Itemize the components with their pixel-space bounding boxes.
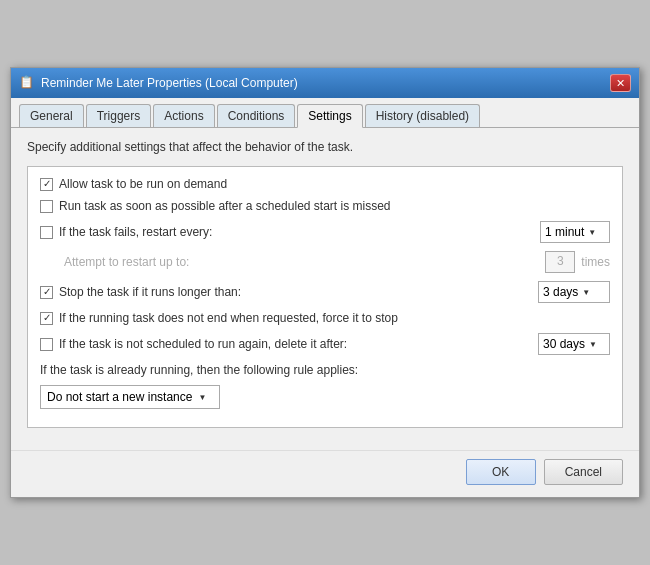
label-force-stop: If the running task does not end when re… xyxy=(59,311,610,325)
close-button[interactable]: ✕ xyxy=(610,74,631,92)
settings-content: Specify additional settings that affect … xyxy=(11,128,639,450)
running-rule-label: If the task is already running, then the… xyxy=(40,363,610,377)
main-window: 📋 Reminder Me Later Properties (Local Co… xyxy=(10,67,640,498)
tab-triggers[interactable]: Triggers xyxy=(86,104,152,127)
checkbox-restart-fails[interactable] xyxy=(40,226,53,239)
stop-duration-value: 3 days xyxy=(543,285,578,299)
running-rule-value: Do not start a new instance xyxy=(47,390,192,404)
label-delete-after: If the task is not scheduled to run agai… xyxy=(59,337,532,351)
row-run-missed: Run task as soon as possible after a sch… xyxy=(40,199,610,213)
window-icon: 📋 xyxy=(19,75,35,91)
checkbox-stop-longer[interactable] xyxy=(40,286,53,299)
tab-actions[interactable]: Actions xyxy=(153,104,214,127)
restart-interval-arrow: ▼ xyxy=(588,228,596,237)
label-stop-longer: Stop the task if it runs longer than: xyxy=(59,285,532,299)
checkbox-allow-demand[interactable] xyxy=(40,178,53,191)
restart-interval-dropdown[interactable]: 1 minut ▼ xyxy=(540,221,610,243)
row-restart-fails: If the task fails, restart every: 1 minu… xyxy=(40,221,610,243)
tab-bar: General Triggers Actions Conditions Sett… xyxy=(11,98,639,128)
row-stop-longer: Stop the task if it runs longer than: 3 … xyxy=(40,281,610,303)
delete-after-value: 30 days xyxy=(543,337,585,351)
ok-button[interactable]: OK xyxy=(466,459,536,485)
row-running-rule: Do not start a new instance ▼ xyxy=(40,385,610,409)
restart-count-input[interactable]: 3 xyxy=(545,251,575,273)
cancel-button[interactable]: Cancel xyxy=(544,459,623,485)
stop-duration-arrow: ▼ xyxy=(582,288,590,297)
label-run-missed: Run task as soon as possible after a sch… xyxy=(59,199,610,213)
title-bar-left: 📋 Reminder Me Later Properties (Local Co… xyxy=(19,75,298,91)
settings-panel: Allow task to be run on demand Run task … xyxy=(27,166,623,428)
tab-general[interactable]: General xyxy=(19,104,84,127)
row-attempt-restart: Attempt to restart up to: 3 times xyxy=(64,251,610,273)
tab-conditions[interactable]: Conditions xyxy=(217,104,296,127)
label-allow-demand: Allow task to be run on demand xyxy=(59,177,610,191)
footer: OK Cancel xyxy=(11,450,639,497)
delete-after-arrow: ▼ xyxy=(589,340,597,349)
title-bar: 📋 Reminder Me Later Properties (Local Co… xyxy=(11,68,639,98)
tab-history[interactable]: History (disabled) xyxy=(365,104,480,127)
row-force-stop: If the running task does not end when re… xyxy=(40,311,610,325)
checkbox-run-missed[interactable] xyxy=(40,200,53,213)
stop-duration-dropdown[interactable]: 3 days ▼ xyxy=(538,281,610,303)
label-restart-fails: If the task fails, restart every: xyxy=(59,225,534,239)
label-attempt-restart: Attempt to restart up to: xyxy=(64,255,539,269)
running-rule-dropdown[interactable]: Do not start a new instance ▼ xyxy=(40,385,220,409)
restart-interval-value: 1 minut xyxy=(545,225,584,239)
checkbox-force-stop[interactable] xyxy=(40,312,53,325)
row-delete-after: If the task is not scheduled to run agai… xyxy=(40,333,610,355)
delete-after-dropdown[interactable]: 30 days ▼ xyxy=(538,333,610,355)
running-rule-arrow: ▼ xyxy=(198,393,206,402)
checkbox-delete-after[interactable] xyxy=(40,338,53,351)
tab-settings[interactable]: Settings xyxy=(297,104,362,128)
title-bar-buttons: ✕ xyxy=(610,74,631,92)
row-allow-demand: Allow task to be run on demand xyxy=(40,177,610,191)
window-title: Reminder Me Later Properties (Local Comp… xyxy=(41,76,298,90)
settings-description: Specify additional settings that affect … xyxy=(27,140,623,154)
restart-times-label: times xyxy=(581,255,610,269)
